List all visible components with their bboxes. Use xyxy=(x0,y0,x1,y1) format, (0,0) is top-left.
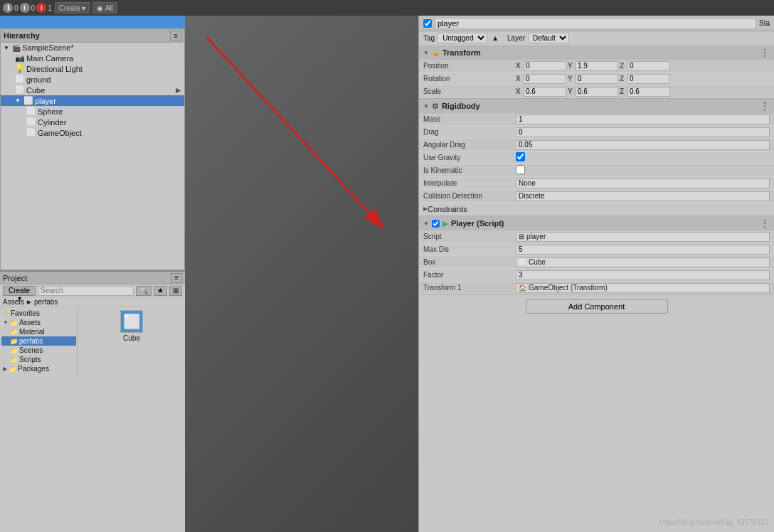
hierarchy-item-main-camera[interactable]: 📷 Main Camera xyxy=(1,53,184,63)
center-panel xyxy=(185,16,418,532)
tag-arrow-icon: ▲ xyxy=(492,34,499,42)
scale-z-input[interactable] xyxy=(627,87,670,97)
packages-collapse-icon: ▶ xyxy=(3,366,7,372)
cube-arrow: ▶ xyxy=(176,86,181,94)
factor-input[interactable] xyxy=(516,270,770,280)
scale-z-label: Z xyxy=(620,87,627,95)
hierarchy-item-cylinder[interactable]: ⬜ Cylinder xyxy=(1,117,184,127)
breadcrumb-assets[interactable]: Assets xyxy=(3,298,24,306)
project-search-btn[interactable]: 🔍 xyxy=(136,286,152,296)
breadcrumb: Assets ► perfabs xyxy=(0,297,185,307)
tree-scenes[interactable]: 📁 Scenes xyxy=(1,346,76,355)
tree-assets[interactable]: ▼ 📁 Assets xyxy=(1,318,76,327)
is-kinematic-checkbox[interactable] xyxy=(516,165,525,174)
position-y-input[interactable] xyxy=(576,61,618,71)
rotation-z-input[interactable] xyxy=(627,74,670,84)
box-ref[interactable]: ⬜ Cube xyxy=(516,257,770,267)
rigidbody-collision-row: Collision Detection Discrete xyxy=(419,190,774,203)
project-toolbar: Create ▾ 🔍 ★ ⊞ xyxy=(0,284,185,297)
scale-label: Scale xyxy=(423,87,516,95)
transform-menu-icon[interactable]: ⋮ xyxy=(760,47,770,58)
cube-asset-label: Cube xyxy=(123,334,140,342)
ground-icon: ⬜ xyxy=(15,75,25,84)
tree-packages[interactable]: ▶ 📁 Packages xyxy=(1,364,76,373)
all-button[interactable]: ◉ All xyxy=(92,2,117,14)
scene-icon: 🎬 xyxy=(12,44,21,52)
rotation-y-field: Y xyxy=(568,74,618,84)
hierarchy-item-ground[interactable]: ⬜ ground xyxy=(1,74,184,85)
object-name-input[interactable] xyxy=(435,18,756,29)
layer-dropdown[interactable]: Default xyxy=(528,33,569,43)
layer-label: Layer xyxy=(507,34,525,42)
rot-x-label: X xyxy=(516,75,523,83)
notification-icons: ℹ 0 ! 0 ! 1 xyxy=(3,3,52,13)
script-ref-icon: ⊞ xyxy=(519,233,524,240)
project-sort-btn[interactable]: ⊞ xyxy=(169,286,182,296)
factor-row: Factor xyxy=(419,269,774,282)
hierarchy-item-sphere[interactable]: ⬜ Sphere xyxy=(1,106,184,117)
rigidbody-header[interactable]: ▼ ⚙ Rigidbody ⋮ xyxy=(419,99,774,113)
add-component-button[interactable]: Add Component xyxy=(526,299,668,314)
breadcrumb-sep: ► xyxy=(26,298,33,306)
angular-drag-input[interactable] xyxy=(516,140,770,150)
transform1-ref[interactable]: 🏠 GameObject (Transform) xyxy=(516,283,770,293)
scene-root[interactable]: ▼ 🎬 SampleScene* xyxy=(1,43,184,53)
position-z-input[interactable] xyxy=(627,61,670,71)
rigidbody-icon: ⚙ xyxy=(432,102,439,111)
project-header: Project ≡ xyxy=(0,272,185,284)
tree-favorites[interactable]: ★ Favorites xyxy=(1,309,76,318)
max-dis-input[interactable] xyxy=(516,245,770,255)
project-menu-btn[interactable]: ≡ xyxy=(171,273,182,283)
project-filter-btn[interactable]: ★ xyxy=(154,286,167,296)
rotation-z-field: Z xyxy=(620,74,670,84)
scale-x-input[interactable] xyxy=(524,87,566,97)
rotation-x-input[interactable] xyxy=(524,74,566,84)
player-script-header[interactable]: ▼ ▶ Player (Script) ⋮ xyxy=(419,216,774,230)
rigidbody-menu-icon[interactable]: ⋮ xyxy=(760,100,770,112)
tree-scripts[interactable]: 📁 Scripts xyxy=(1,355,76,364)
assets-label: Assets xyxy=(19,319,41,326)
rigidbody-title: Rigidbody xyxy=(442,102,757,110)
drag-value-container xyxy=(516,127,770,137)
script-ref-value: player xyxy=(526,233,546,240)
scripts-label: Scripts xyxy=(19,356,41,363)
hierarchy-item-player[interactable]: ▼ ⬜ player xyxy=(1,95,184,106)
hierarchy-item-gameobject[interactable]: ⬜ GameObject xyxy=(1,127,184,138)
scripts-folder-icon: 📁 xyxy=(10,356,18,363)
collision-dropdown[interactable]: Discrete xyxy=(516,191,770,201)
constraints-row[interactable]: ▶ Constraints xyxy=(419,203,774,216)
breadcrumb-perfabs[interactable]: perfabs xyxy=(34,298,58,306)
hierarchy-menu-btn[interactable]: ≡ xyxy=(170,31,181,41)
project-body: ★ Favorites ▼ 📁 Assets 📁 Material 📁 xyxy=(0,307,185,375)
assets-folder-icon: 📁 xyxy=(10,319,18,326)
transform-rotation-row: Rotation X Y Z xyxy=(419,73,774,85)
tree-material[interactable]: 📁 Material xyxy=(1,327,76,336)
position-z-field: Z xyxy=(620,61,670,71)
constraints-label: Constraints xyxy=(428,205,467,213)
interpolate-dropdown[interactable]: None xyxy=(516,179,770,188)
scale-y-input[interactable] xyxy=(576,87,618,97)
drag-input[interactable] xyxy=(516,127,770,137)
player-script-menu-icon[interactable]: ⋮ xyxy=(760,218,770,229)
rotation-y-input[interactable] xyxy=(576,74,618,84)
hierarchy-item-cube[interactable]: ⬜ Cube ▶ xyxy=(1,85,184,95)
scene-triangle: ▼ xyxy=(4,45,9,51)
project-title: Project xyxy=(3,274,27,282)
cube-asset-item[interactable]: ⬜ Cube xyxy=(81,310,182,342)
mass-input[interactable] xyxy=(516,115,770,124)
transform1-ref-icon: 🏠 xyxy=(519,284,526,292)
player-script-active-checkbox[interactable] xyxy=(432,220,440,228)
position-x-input[interactable] xyxy=(524,61,566,71)
script-ref[interactable]: ⊞ player xyxy=(516,232,770,242)
transform-header[interactable]: ▼ 🔒 Transform ⋮ xyxy=(419,46,774,60)
create-button[interactable]: Create ▾ xyxy=(55,2,90,14)
object-active-checkbox[interactable] xyxy=(423,19,432,28)
main-camera-label: Main Camera xyxy=(26,54,73,63)
project-create-btn[interactable]: Create ▾ xyxy=(3,286,36,296)
use-gravity-checkbox[interactable] xyxy=(516,152,525,161)
tag-dropdown[interactable]: Untagged xyxy=(438,33,487,43)
left-column: Hierarchy ≡ ▼ 🎬 SampleScene* 📷 Main Came… xyxy=(0,16,185,532)
hierarchy-item-directional-light[interactable]: 💡 Directional Light xyxy=(1,63,184,74)
project-search-input[interactable] xyxy=(38,286,134,296)
tree-perfabs[interactable]: 📁 perfabs xyxy=(1,336,76,346)
